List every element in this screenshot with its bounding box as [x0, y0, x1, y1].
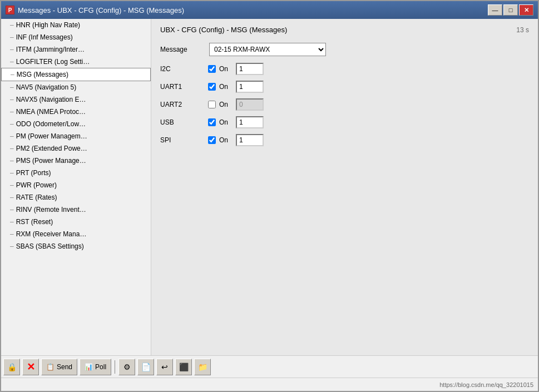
app-icon: P [6, 6, 14, 14]
content-timer: 13 s [516, 26, 529, 34]
message-label: Message [160, 46, 205, 53]
iface-label-uart2: UART2 [160, 101, 205, 108]
sidebar-item-label-navx5: NAVX5 (Navigation E… [16, 96, 86, 103]
iface-on-label-uart2: On [219, 101, 233, 108]
iface-checkbox-i2c[interactable] [208, 65, 216, 73]
main-window: P Messages - UBX - CFG (Config) - MSG (M… [0, 0, 539, 392]
toolbar-separator [115, 360, 115, 374]
sidebar-item-pms[interactable]: PMS (Power Manage… [1, 155, 151, 167]
sidebar-item-label-nav5: NAV5 (Navigation 5) [16, 83, 77, 91]
lock-button[interactable]: 🔒 [3, 359, 20, 375]
toolbar-icon-4[interactable]: ⬛ [175, 359, 192, 375]
iface-checkbox-spi[interactable] [208, 136, 216, 144]
content-header: UBX - CFG (Config) - MSG (Messages) 13 s [151, 19, 538, 38]
sidebar-item-msg[interactable]: MSG (Messages) [1, 68, 151, 81]
sidebar-item-label-pm: PM (Power Managem… [16, 132, 87, 140]
window-title: Messages - UBX - CFG (Config) - MSG (Mes… [18, 6, 184, 14]
iface-input-uart1[interactable] [236, 81, 264, 93]
content-area: UBX - CFG (Config) - MSG (Messages) 13 s… [151, 19, 538, 355]
toolbar-icon-3[interactable]: ↩ [156, 359, 173, 375]
poll-icon: 📊 [85, 363, 93, 371]
sidebar-item-label-pms: PMS (Power Manage… [16, 157, 86, 165]
sidebar-item-rxm[interactable]: RXM (Receiver Mana… [1, 228, 151, 240]
interface-row-spi: SPIOn [160, 134, 529, 146]
content-title: UBX - CFG (Config) - MSG (Messages) [160, 26, 287, 34]
iface-on-label-i2c: On [219, 65, 233, 73]
sidebar-item-label-itfm: ITFM (Jamming/Inter… [16, 46, 85, 53]
sidebar-item-rate[interactable]: RATE (Rates) [1, 191, 151, 204]
minimize-button[interactable]: — [488, 4, 502, 16]
sidebar-item-odo[interactable]: ODO (Odometer/Low… [1, 118, 151, 130]
interface-row-uart1: UART1On [160, 81, 529, 93]
sidebar-item-navx5[interactable]: NAVX5 (Navigation E… [1, 93, 151, 106]
sidebar-item-label-nmea: NMEA (NMEA Protoc… [16, 108, 86, 116]
sidebar-item-nav5[interactable]: NAV5 (Navigation 5) [1, 81, 151, 93]
iface-label-spi: SPI [160, 136, 205, 144]
interface-row-uart2: UART2On [160, 98, 529, 111]
iface-checkbox-uart1[interactable] [208, 83, 216, 91]
sidebar-item-label-pm2: PM2 (Extended Powe… [16, 145, 87, 152]
sidebar-item-hnr[interactable]: HNR (High Nav Rate) [1, 19, 151, 31]
toolbar-icon-2[interactable]: 📄 [137, 359, 154, 375]
iface-on-label-spi: On [219, 136, 233, 144]
iface-on-label-usb: On [219, 118, 233, 126]
iface-input-usb[interactable] [236, 116, 264, 128]
sidebar-item-label-msg: MSG (Messages) [17, 71, 68, 78]
send-button[interactable]: 📋 Send [41, 359, 77, 375]
poll-button[interactable]: 📊 Poll [80, 359, 111, 375]
sidebar-item-label-hnr: HNR (High Nav Rate) [16, 21, 80, 29]
content-body: Message 02-15 RXM-RAWX02-13 RXM-SFRBX I2… [151, 38, 538, 355]
sidebar-item-inf[interactable]: INF (Inf Messages) [1, 31, 151, 43]
sidebar-item-label-odo: ODO (Odometer/Low… [16, 120, 86, 128]
sidebar-item-label-rinv: RINV (Remote Invent… [16, 206, 86, 214]
toolbar-icon-1[interactable]: ⚙ [118, 359, 135, 375]
sidebar-item-pm[interactable]: PM (Power Managem… [1, 130, 151, 142]
sidebar-item-nmea[interactable]: NMEA (NMEA Protoc… [1, 106, 151, 118]
sidebar-item-prt[interactable]: PRT (Ports) [1, 167, 151, 179]
send-label: Send [57, 363, 72, 371]
main-content: HNR (High Nav Rate)INF (Inf Messages)ITF… [1, 19, 538, 355]
message-select[interactable]: 02-15 RXM-RAWX02-13 RXM-SFRBX [209, 43, 326, 56]
sidebar-item-sbas[interactable]: SBAS (SBAS Settings) [1, 240, 151, 252]
interface-row-usb: USBOn [160, 116, 529, 128]
sidebar-item-logfilter[interactable]: LOGFILTER (Log Setti… [1, 56, 151, 68]
title-bar-left: P Messages - UBX - CFG (Config) - MSG (M… [6, 6, 184, 14]
sidebar-item-label-pwr: PWR (Power) [16, 181, 57, 189]
toolbar: 🔒 ✕ 📋 Send 📊 Poll ⚙ 📄 ↩ ⬛ 📁 [1, 355, 538, 378]
sidebar-item-rst[interactable]: RST (Reset) [1, 216, 151, 228]
iface-input-uart2[interactable] [236, 98, 264, 111]
sidebar-item-label-rst: RST (Reset) [16, 218, 53, 226]
sidebar-item-itfm[interactable]: ITFM (Jamming/Inter… [1, 43, 151, 56]
send-icon: 📋 [46, 363, 55, 371]
title-buttons: — □ ✕ [488, 4, 533, 16]
iface-checkbox-uart2[interactable] [208, 101, 216, 108]
maximize-button[interactable]: □ [503, 4, 518, 16]
status-url: https://blog.csdn.me/qq_32201015 [439, 381, 533, 388]
poll-label: Poll [95, 363, 106, 371]
iface-label-uart1: UART1 [160, 83, 205, 91]
sidebar-item-pwr[interactable]: PWR (Power) [1, 179, 151, 191]
iface-input-i2c[interactable] [236, 63, 264, 75]
toolbar-icon-5[interactable]: 📁 [194, 359, 211, 375]
sidebar-item-label-prt: PRT (Ports) [16, 169, 51, 177]
status-bar: https://blog.csdn.me/qq_32201015 [1, 378, 538, 391]
interface-rows: I2COnUART1OnUART2OnUSBOnSPIOn [160, 63, 529, 146]
close-red-button[interactable]: ✕ [22, 359, 39, 375]
sidebar-item-label-rxm: RXM (Receiver Mana… [16, 230, 87, 238]
sidebar-item-rinv[interactable]: RINV (Remote Invent… [1, 204, 151, 216]
iface-on-label-uart1: On [219, 83, 233, 91]
sidebar-item-label-logfilter: LOGFILTER (Log Setti… [16, 58, 90, 66]
iface-checkbox-usb[interactable] [208, 118, 216, 126]
sidebar-item-label-rate: RATE (Rates) [16, 193, 57, 201]
close-button[interactable]: ✕ [519, 4, 533, 16]
title-bar: P Messages - UBX - CFG (Config) - MSG (M… [1, 1, 538, 19]
interface-row-i2c: I2COn [160, 63, 529, 75]
bottom-bar: 🔒 ✕ 📋 Send 📊 Poll ⚙ 📄 ↩ ⬛ 📁 https://blog… [1, 355, 538, 391]
iface-label-i2c: I2C [160, 65, 205, 73]
iface-input-spi[interactable] [236, 134, 264, 146]
sidebar-item-pm2[interactable]: PM2 (Extended Powe… [1, 142, 151, 155]
message-row: Message 02-15 RXM-RAWX02-13 RXM-SFRBX [160, 43, 529, 56]
sidebar-item-label-sbas: SBAS (SBAS Settings) [16, 242, 84, 250]
sidebar-item-label-inf: INF (Inf Messages) [16, 33, 73, 41]
iface-label-usb: USB [160, 118, 205, 126]
